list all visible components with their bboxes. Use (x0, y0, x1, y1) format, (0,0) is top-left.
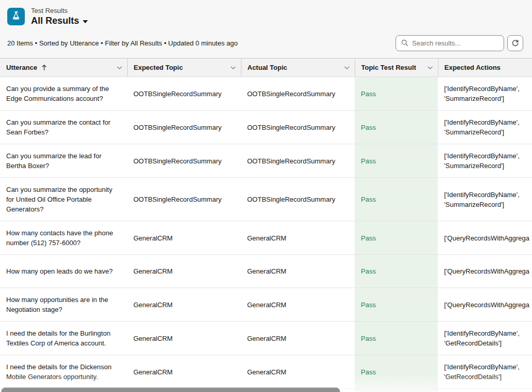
utterance-cell[interactable]: I need the details for the Dickenson Mob… (0, 355, 127, 389)
expected-actions-cell[interactable]: ['IdentifyRecordByName', 'SummarizeRecor… (438, 178, 532, 221)
column-label: Actual Topic (248, 64, 287, 71)
table-row[interactable]: How many opportunities are in the Negoti… (0, 288, 532, 322)
list-view-name[interactable]: All Results (31, 15, 79, 27)
column-menu-chevron-icon[interactable] (343, 64, 351, 71)
column-label: Utterance (6, 64, 37, 71)
utterance-cell[interactable]: I need the details for the Burlington Te… (0, 322, 127, 355)
search-icon (401, 39, 408, 47)
refresh-button[interactable] (507, 35, 523, 51)
actual-topic-cell[interactable]: GeneralCRM (241, 221, 355, 255)
list-summary-text: 20 Items • Sorted by Utterance • Filter … (7, 39, 238, 47)
actual-topic-cell[interactable]: GeneralCRM (241, 355, 355, 389)
topic-test-result-cell[interactable]: Pass (355, 355, 438, 389)
actual-topic-cell[interactable]: OOTBSingleRecordSummary (241, 178, 355, 221)
expected-topic-cell[interactable]: GeneralCRM (127, 322, 241, 355)
topic-test-result-cell[interactable]: Pass (355, 144, 438, 178)
expected-actions-cell[interactable]: ['IdentifyRecordByName', 'GetRecordDetai… (438, 322, 532, 355)
topic-test-result-cell[interactable]: Pass (355, 288, 438, 322)
object-label: Test Results (31, 7, 88, 15)
table-header-row: Utterance Expected Topic (0, 58, 532, 77)
column-menu-chevron-icon[interactable] (116, 64, 123, 71)
utterance-cell[interactable]: How many open leads do we have? (0, 255, 127, 288)
topic-test-result-cell[interactable]: Pass (355, 322, 438, 355)
page-header: Test Results All Results 20 Items • Sort… (0, 0, 532, 58)
sort-ascending-icon (41, 64, 47, 71)
actual-topic-cell[interactable]: OOTBSingleRecordSummary (241, 111, 355, 144)
expected-topic-cell[interactable]: GeneralCRM (127, 288, 241, 322)
expected-actions-cell[interactable]: ['QueryRecordsWithAggrega (438, 255, 532, 288)
column-header-actual-topic[interactable]: Actual Topic (241, 58, 355, 77)
table-row[interactable]: I need the details for the Burlington Te… (0, 322, 532, 355)
table-row[interactable]: Can you provide a summary of the Edge Co… (0, 77, 532, 111)
expected-topic-cell[interactable]: OOTBSingleRecordSummary (127, 144, 241, 178)
column-header-expected-actions[interactable]: Expected Actions (438, 58, 532, 77)
utterance-cell[interactable]: Can you summarize the lead for Bertha Bo… (0, 144, 127, 178)
search-box[interactable] (396, 35, 504, 51)
table-row[interactable]: Can you summarize the opportunity for Un… (0, 178, 532, 221)
table-row[interactable]: I need the details for the Dickenson Mob… (0, 355, 532, 389)
expected-topic-cell[interactable]: GeneralCRM (127, 355, 241, 389)
expected-actions-cell[interactable]: ['IdentifyRecordByName' (438, 389, 532, 392)
expected-topic-cell[interactable]: GeneralCRM (127, 221, 241, 255)
expected-actions-cell[interactable]: ['IdentifyRecordByName', 'SummarizeRecor… (438, 77, 532, 111)
expected-topic-cell[interactable]: OOTBSingleRecordSummary (127, 111, 241, 144)
utterance-cell[interactable]: How many contacts have the phone number … (0, 221, 127, 255)
utterance-cell[interactable]: Can you summarize the contact for Sean F… (0, 111, 127, 144)
results-table-region: Utterance Expected Topic (0, 58, 532, 392)
actual-topic-cell[interactable]: OOTBSingleRecordSummary (241, 144, 355, 178)
column-menu-chevron-icon[interactable] (230, 64, 237, 71)
column-menu-chevron-icon[interactable] (427, 64, 434, 71)
expected-topic-cell[interactable]: GeneralCRM (127, 255, 241, 288)
topic-test-result-cell[interactable]: Pass (355, 221, 438, 255)
expected-topic-cell[interactable]: OOTBSingleRecordSummary (127, 178, 241, 221)
actual-topic-cell[interactable]: OOTBSingleRecordSummary (241, 77, 355, 111)
search-input[interactable] (412, 39, 498, 47)
expected-topic-cell[interactable]: OOTBSingleRecordSummary (127, 77, 241, 111)
column-label: Expected Topic (134, 64, 183, 71)
results-table: Utterance Expected Topic (0, 58, 532, 392)
utterance-cell[interactable]: Can you provide a summary of the Edge Co… (0, 77, 127, 111)
refresh-icon (511, 39, 519, 47)
actual-topic-cell[interactable]: GeneralCRM (241, 255, 355, 288)
actual-topic-cell[interactable]: GeneralCRM (241, 322, 355, 355)
topic-test-result-cell[interactable]: Pass (355, 178, 438, 221)
utterance-cell[interactable]: Can you summarize the opportunity for Un… (0, 178, 127, 221)
column-label: Expected Actions (445, 64, 501, 71)
caret-down-icon (83, 20, 88, 23)
actual-topic-cell[interactable]: GeneralCRM (241, 288, 355, 322)
column-label: Topic Test Result (361, 64, 416, 71)
list-view-selector[interactable]: All Results (31, 15, 88, 27)
expected-actions-cell[interactable]: ['IdentifyRecordByName', 'SummarizeRecor… (438, 111, 532, 144)
expected-actions-cell[interactable]: ['IdentifyRecordByName', 'SummarizeRecor… (438, 144, 532, 178)
expected-actions-cell[interactable]: ['QueryRecordsWithAggrega (438, 221, 532, 255)
table-row[interactable]: How many contacts have the phone number … (0, 221, 532, 255)
topic-test-result-cell[interactable]: Pass (355, 77, 438, 111)
column-header-expected-topic[interactable]: Expected Topic (127, 58, 241, 77)
test-results-object-icon (7, 8, 25, 25)
table-row[interactable]: Can you summarize the contact for Sean F… (0, 111, 532, 144)
table-row[interactable]: Can you summarize the lead for Bertha Bo… (0, 144, 532, 178)
flask-icon (11, 10, 21, 23)
table-row[interactable]: How many open leads do we have? GeneralC… (0, 255, 532, 288)
column-header-utterance[interactable]: Utterance (0, 58, 127, 77)
topic-test-result-cell[interactable]: Pass (355, 111, 438, 144)
expected-actions-cell[interactable]: ['QueryRecordsWithAggrega (438, 288, 532, 322)
topic-test-result-cell[interactable]: Pass (355, 255, 438, 288)
horizontal-scrollbar[interactable] (1, 387, 340, 392)
topic-test-result-cell[interactable] (355, 389, 438, 392)
utterance-cell[interactable]: How many opportunities are in the Negoti… (0, 288, 127, 322)
expected-actions-cell[interactable]: ['IdentifyRecordByName', 'GetRecordDetai… (438, 355, 532, 389)
column-header-topic-test-result[interactable]: Topic Test Result (355, 58, 438, 77)
